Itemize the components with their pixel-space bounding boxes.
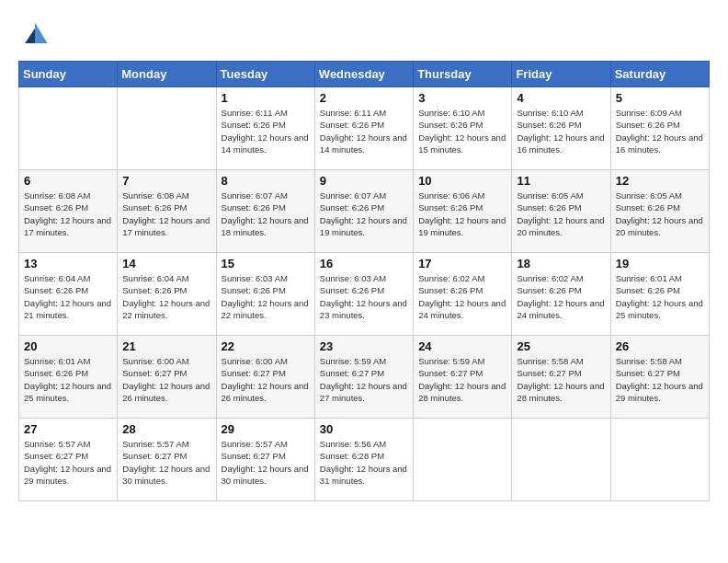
- day-number: 30: [320, 422, 408, 436]
- calendar-cell: 21Sunrise: 6:00 AMSunset: 6:27 PMDayligh…: [118, 336, 216, 419]
- calendar-cell: 20Sunrise: 6:01 AMSunset: 6:26 PMDayligh…: [19, 336, 118, 419]
- calendar-cell: 12Sunrise: 6:05 AMSunset: 6:26 PMDayligh…: [610, 170, 709, 253]
- cell-info: Sunrise: 6:10 AMSunset: 6:26 PMDaylight:…: [418, 107, 506, 155]
- cell-info: Sunrise: 6:00 AMSunset: 6:27 PMDaylight:…: [222, 355, 310, 404]
- cell-info: Sunrise: 6:11 AMSunset: 6:26 PMDaylight:…: [320, 107, 408, 155]
- day-number: 10: [418, 174, 506, 188]
- day-number: 19: [616, 257, 704, 270]
- day-number: 25: [517, 339, 605, 353]
- day-number: 2: [320, 91, 408, 105]
- day-header-sunday: Sunday: [19, 62, 118, 87]
- calendar-cell: 2Sunrise: 6:11 AMSunset: 6:26 PMDaylight…: [314, 87, 413, 170]
- calendar-cell: 16Sunrise: 6:03 AMSunset: 6:26 PMDayligh…: [314, 253, 413, 336]
- calendar-cell: 1Sunrise: 6:11 AMSunset: 6:26 PMDaylight…: [216, 87, 314, 170]
- day-number: 27: [24, 422, 112, 436]
- cell-info: Sunrise: 5:57 AMSunset: 6:27 PMDaylight:…: [122, 438, 210, 487]
- calendar-cell: 9Sunrise: 6:07 AMSunset: 6:26 PMDaylight…: [314, 170, 413, 253]
- calendar-cell: 19Sunrise: 6:01 AMSunset: 6:26 PMDayligh…: [610, 253, 709, 336]
- cell-info: Sunrise: 6:04 AMSunset: 6:26 PMDaylight:…: [122, 272, 210, 321]
- calendar-body: 1Sunrise: 6:11 AMSunset: 6:26 PMDaylight…: [19, 87, 710, 501]
- calendar-cell: 26Sunrise: 5:58 AMSunset: 6:27 PMDayligh…: [610, 336, 709, 419]
- day-number: 6: [24, 174, 112, 188]
- calendar-cell: [118, 87, 216, 170]
- calendar-cell: 25Sunrise: 5:58 AMSunset: 6:27 PMDayligh…: [512, 336, 610, 419]
- cell-info: Sunrise: 5:58 AMSunset: 6:27 PMDaylight:…: [517, 355, 605, 404]
- calendar-cell: 5Sunrise: 6:09 AMSunset: 6:26 PMDaylight…: [610, 87, 709, 170]
- calendar-cell: 13Sunrise: 6:04 AMSunset: 6:26 PMDayligh…: [19, 253, 118, 336]
- calendar-week-3: 13Sunrise: 6:04 AMSunset: 6:26 PMDayligh…: [19, 253, 710, 336]
- cell-info: Sunrise: 6:02 AMSunset: 6:26 PMDaylight:…: [517, 272, 605, 321]
- day-number: 12: [616, 174, 704, 188]
- day-number: 21: [122, 339, 210, 353]
- cell-info: Sunrise: 6:08 AMSunset: 6:26 PMDaylight:…: [24, 190, 112, 238]
- day-number: 26: [616, 339, 704, 353]
- day-header-friday: Friday: [512, 62, 610, 87]
- calendar-cell: 15Sunrise: 6:03 AMSunset: 6:26 PMDayligh…: [216, 253, 314, 336]
- logo-icon: [18, 18, 51, 52]
- calendar-week-5: 27Sunrise: 5:57 AMSunset: 6:27 PMDayligh…: [19, 419, 710, 501]
- calendar-cell: 8Sunrise: 6:07 AMSunset: 6:26 PMDaylight…: [216, 170, 314, 253]
- calendar-cell: 3Sunrise: 6:10 AMSunset: 6:26 PMDaylight…: [414, 87, 512, 170]
- calendar-cell: 28Sunrise: 5:57 AMSunset: 6:27 PMDayligh…: [118, 419, 216, 501]
- day-number: 17: [418, 257, 506, 270]
- calendar-cell: 14Sunrise: 6:04 AMSunset: 6:26 PMDayligh…: [118, 253, 216, 336]
- cell-info: Sunrise: 6:03 AMSunset: 6:26 PMDaylight:…: [222, 272, 310, 321]
- cell-info: Sunrise: 6:11 AMSunset: 6:26 PMDaylight:…: [222, 107, 310, 155]
- day-number: 18: [517, 257, 605, 270]
- cell-info: Sunrise: 6:03 AMSunset: 6:26 PMDaylight:…: [320, 272, 408, 321]
- calendar-cell: 29Sunrise: 5:57 AMSunset: 6:27 PMDayligh…: [216, 419, 314, 501]
- day-number: 11: [517, 174, 605, 188]
- cell-info: Sunrise: 5:58 AMSunset: 6:27 PMDaylight:…: [616, 355, 704, 404]
- day-number: 22: [222, 339, 310, 353]
- calendar-cell: 18Sunrise: 6:02 AMSunset: 6:26 PMDayligh…: [512, 253, 610, 336]
- calendar-week-1: 1Sunrise: 6:11 AMSunset: 6:26 PMDaylight…: [19, 87, 710, 170]
- calendar-cell: 23Sunrise: 5:59 AMSunset: 6:27 PMDayligh…: [314, 336, 413, 419]
- calendar-week-4: 20Sunrise: 6:01 AMSunset: 6:26 PMDayligh…: [19, 336, 710, 419]
- cell-info: Sunrise: 6:04 AMSunset: 6:26 PMDaylight:…: [24, 272, 112, 321]
- day-number: 5: [616, 91, 704, 105]
- day-number: 13: [24, 257, 112, 270]
- day-number: 20: [24, 339, 112, 353]
- day-number: 24: [418, 339, 506, 353]
- svg-marker-0: [35, 23, 48, 44]
- calendar-cell: 4Sunrise: 6:10 AMSunset: 6:26 PMDaylight…: [512, 87, 610, 170]
- cell-info: Sunrise: 6:09 AMSunset: 6:26 PMDaylight:…: [616, 107, 704, 155]
- calendar-cell: 10Sunrise: 6:06 AMSunset: 6:26 PMDayligh…: [414, 170, 512, 253]
- day-number: 3: [418, 91, 506, 105]
- cell-info: Sunrise: 6:06 AMSunset: 6:26 PMDaylight:…: [418, 190, 506, 238]
- page-header: [18, 18, 710, 52]
- calendar-cell: [512, 419, 610, 501]
- day-number: 7: [122, 174, 210, 188]
- day-number: 28: [122, 422, 210, 436]
- calendar-cell: 7Sunrise: 6:08 AMSunset: 6:26 PMDaylight…: [118, 170, 216, 253]
- cell-info: Sunrise: 5:57 AMSunset: 6:27 PMDaylight:…: [24, 438, 112, 487]
- day-header-wednesday: Wednesday: [314, 62, 413, 87]
- cell-info: Sunrise: 5:56 AMSunset: 6:28 PMDaylight:…: [320, 438, 408, 487]
- calendar-cell: 11Sunrise: 6:05 AMSunset: 6:26 PMDayligh…: [512, 170, 610, 253]
- cell-info: Sunrise: 6:05 AMSunset: 6:26 PMDaylight:…: [517, 190, 605, 238]
- cell-info: Sunrise: 6:00 AMSunset: 6:27 PMDaylight:…: [122, 355, 210, 404]
- day-number: 4: [517, 91, 605, 105]
- calendar-cell: 17Sunrise: 6:02 AMSunset: 6:26 PMDayligh…: [414, 253, 512, 336]
- calendar-cell: 30Sunrise: 5:56 AMSunset: 6:28 PMDayligh…: [314, 419, 413, 501]
- day-number: 14: [122, 257, 210, 270]
- cell-info: Sunrise: 6:01 AMSunset: 6:26 PMDaylight:…: [24, 355, 112, 404]
- day-header-thursday: Thursday: [414, 62, 512, 87]
- day-number: 29: [222, 422, 310, 436]
- cell-info: Sunrise: 5:59 AMSunset: 6:27 PMDaylight:…: [320, 355, 408, 404]
- calendar-cell: [414, 419, 512, 501]
- day-header-monday: Monday: [118, 62, 216, 87]
- cell-info: Sunrise: 6:02 AMSunset: 6:26 PMDaylight:…: [418, 272, 506, 321]
- calendar-cell: 22Sunrise: 6:00 AMSunset: 6:27 PMDayligh…: [216, 336, 314, 419]
- day-number: 1: [222, 91, 310, 105]
- calendar-header: SundayMondayTuesdayWednesdayThursdayFrid…: [19, 62, 710, 87]
- svg-marker-1: [25, 29, 35, 43]
- logo: [18, 18, 55, 52]
- calendar-table: SundayMondayTuesdayWednesdayThursdayFrid…: [18, 61, 710, 501]
- cell-info: Sunrise: 5:59 AMSunset: 6:27 PMDaylight:…: [418, 355, 506, 404]
- day-header-saturday: Saturday: [610, 62, 709, 87]
- day-number: 23: [320, 339, 408, 353]
- day-number: 15: [222, 257, 310, 270]
- day-header-tuesday: Tuesday: [216, 62, 314, 87]
- calendar-cell: 6Sunrise: 6:08 AMSunset: 6:26 PMDaylight…: [19, 170, 118, 253]
